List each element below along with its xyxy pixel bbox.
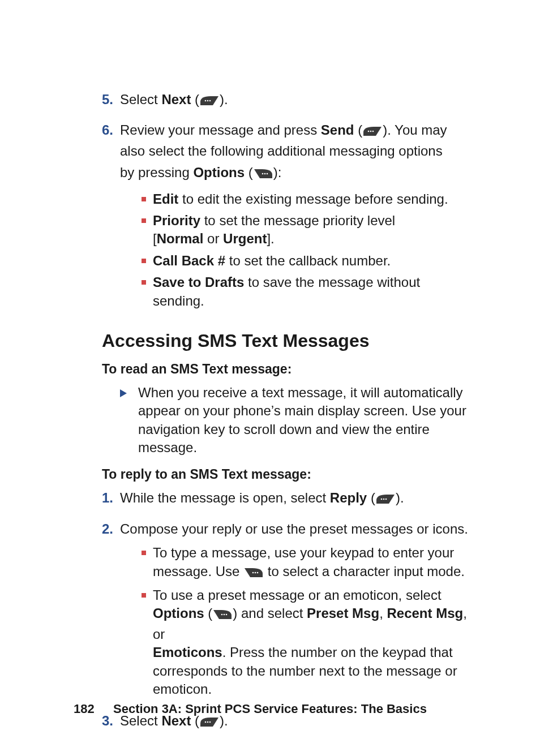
label-recent-msg: Recent Msg <box>387 605 463 621</box>
list-text: Edit to edit the existing message before… <box>153 190 448 208</box>
text: ): <box>273 165 282 180</box>
read-body: When you receive a text message, it will… <box>102 384 475 457</box>
list-text: Call Back # to set the callback number. <box>153 252 391 270</box>
line: emoticon. <box>153 680 475 698</box>
label-save-drafts: Save to Drafts <box>153 274 244 290</box>
text: or <box>203 231 223 246</box>
line: message. <box>138 439 475 457</box>
label-next: Next <box>161 92 191 107</box>
section-heading: Accessing SMS Text Messages <box>102 330 475 351</box>
step-body: Compose your reply or use the preset mes… <box>120 520 475 702</box>
label-normal: Normal <box>157 231 204 246</box>
run-in-heading: To reply to an SMS Text message: <box>102 467 475 482</box>
step-number: 2. <box>102 520 120 702</box>
step-6: 6. Review your message and press Send ()… <box>102 121 475 313</box>
paragraph: When you receive a text message, it will… <box>138 384 475 457</box>
triangle-bullet-icon <box>120 389 127 397</box>
list-text: Priority to set the message priority lev… <box>153 212 395 248</box>
text: Select <box>120 92 161 107</box>
text: ( <box>204 605 213 621</box>
label-priority: Priority <box>153 213 200 228</box>
line: When you receive a text message, it will… <box>138 384 475 402</box>
line: by pressing Options (): <box>120 164 475 184</box>
text: ). <box>220 92 228 107</box>
bullet-icon <box>142 551 146 555</box>
label-emoticons: Emoticons <box>153 645 222 660</box>
bullet-icon <box>142 218 146 223</box>
line: Compose your reply or use the preset mes… <box>120 520 475 538</box>
line: corresponds to the number next to the me… <box>153 662 475 680</box>
label-urgent: Urgent <box>223 231 267 246</box>
left-softkey-icon <box>362 123 383 141</box>
label-options: Options <box>193 165 245 180</box>
list-text: To type a message, use your keypad to en… <box>153 544 465 583</box>
list-item: Call Back # to set the callback number. <box>142 252 475 270</box>
text: to edit the existing message before send… <box>178 191 448 207</box>
list-item: Save to Drafts to save the message witho… <box>142 273 475 310</box>
text: ) and select <box>233 605 307 621</box>
line: To type a message, use your keypad to en… <box>153 544 465 562</box>
list-text: Save to Drafts to save the message witho… <box>153 273 475 310</box>
step-number: 6. <box>102 121 120 313</box>
text: ). <box>396 490 404 505</box>
label-callback: Call Back # <box>153 253 225 268</box>
text: [ <box>153 231 157 246</box>
bullet-icon <box>142 197 146 201</box>
left-softkey-icon <box>199 714 220 732</box>
right-softkey-icon <box>253 166 273 184</box>
text: by pressing <box>120 165 193 180</box>
text: , <box>379 605 387 621</box>
text: ). You may <box>383 122 447 138</box>
text: message. Use <box>153 564 243 579</box>
step-number: 5. <box>102 91 120 111</box>
list-item: Priority to set the message priority lev… <box>142 212 475 248</box>
text: While the message is open, select <box>120 490 330 505</box>
text: Review your message and press <box>120 122 321 138</box>
line: Review your message and press Send (). Y… <box>120 121 475 141</box>
bullet-icon <box>142 593 146 598</box>
page-body: 5. Select Next (). 6. Review your messag… <box>0 0 540 756</box>
text: ( <box>367 490 375 505</box>
run-in-heading: To read an SMS Text message: <box>102 362 475 377</box>
left-softkey-icon <box>199 93 220 111</box>
line: Options () and select Preset Msg, Recent… <box>153 604 475 643</box>
line: navigation key to scroll down and view t… <box>138 420 475 439</box>
text: ( <box>354 122 363 138</box>
reply-step-1: 1. While the message is open, select Rep… <box>102 489 475 509</box>
label-reply: Reply <box>330 490 367 505</box>
footer-text: Section 3A: Sprint PCS Service Features:… <box>113 702 427 716</box>
line: To use a preset message or an emoticon, … <box>153 586 475 604</box>
sub-list: Edit to edit the existing message before… <box>120 190 475 310</box>
text: to set the message priority level <box>200 213 395 228</box>
page-footer: 182 Section 3A: Sprint PCS Service Featu… <box>0 702 540 716</box>
label-preset-msg: Preset Msg <box>307 605 379 621</box>
text: ]. <box>267 231 274 246</box>
bullet-icon <box>142 280 146 285</box>
reply-step-2: 2. Compose your reply or use the preset … <box>102 520 475 702</box>
line: Emoticons. Press the number on the keypa… <box>153 643 475 662</box>
line: appear on your phone’s main display scre… <box>138 402 475 420</box>
text: to select a character input mode. <box>264 564 465 579</box>
text: ( <box>191 92 199 107</box>
bullet-icon <box>142 259 146 263</box>
list-item: To use a preset message or an emoticon, … <box>142 586 475 698</box>
line: message. Use to select a character input… <box>153 562 465 583</box>
line: also select the following additional mes… <box>120 142 475 160</box>
list-item: Edit to edit the existing message before… <box>142 190 475 208</box>
right-softkey-icon <box>212 607 233 625</box>
label-send: Send <box>321 122 354 138</box>
step-body: While the message is open, select Reply … <box>120 489 475 509</box>
line: [Normal or Urgent]. <box>153 230 395 248</box>
left-softkey-icon <box>375 491 396 509</box>
label-options: Options <box>153 605 204 621</box>
right-softkey-icon <box>243 565 264 583</box>
text: ( <box>245 165 253 180</box>
step-number: 1. <box>102 489 120 509</box>
sub-list: To type a message, use your keypad to en… <box>120 544 475 698</box>
text: to set the callback number. <box>225 253 391 268</box>
step-body: Select Next (). <box>120 91 475 111</box>
step-5: 5. Select Next (). <box>102 91 475 111</box>
page-number: 182 <box>74 702 95 716</box>
list-text: To use a preset message or an emoticon, … <box>153 586 475 698</box>
step-body: Review your message and press Send (). Y… <box>120 121 475 313</box>
